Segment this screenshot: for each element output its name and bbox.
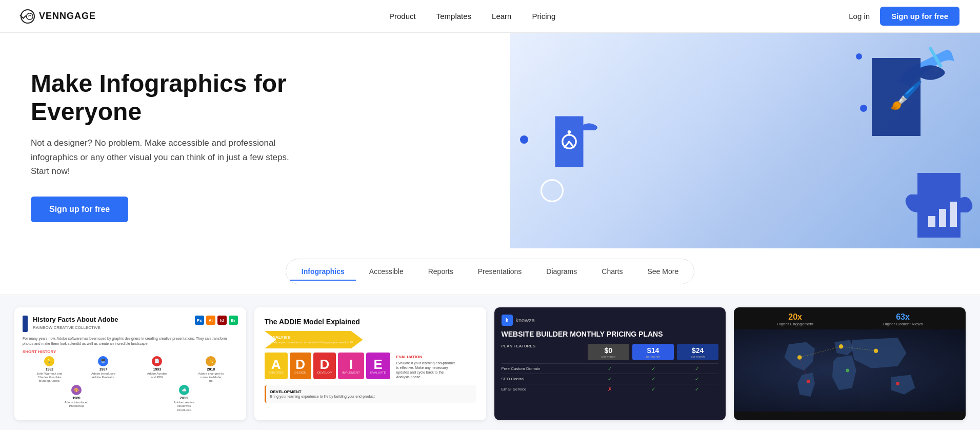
hero-title: Make Infographics for Everyone xyxy=(31,69,338,126)
short-history-label: SHORT HISTORY xyxy=(23,349,238,354)
svg-point-0 xyxy=(27,13,33,19)
row-val-domain-24: ✓ xyxy=(675,366,719,372)
decoration-dot-large xyxy=(520,135,528,144)
row-val-email-free: ✗ xyxy=(588,386,632,392)
map-svg xyxy=(752,327,947,414)
hero-illustration: 🖌️ xyxy=(510,33,980,248)
stat-engagement-label: Higher Engagement xyxy=(777,322,813,326)
row-val-domain-14: ✓ xyxy=(632,366,675,372)
nav-link-pricing[interactable]: Pricing xyxy=(532,12,555,21)
tab-accessible[interactable]: Accessible xyxy=(358,262,415,281)
hero-cta-button[interactable]: Sign up for free xyxy=(31,197,128,222)
knowza-logo: k xyxy=(502,315,513,326)
pricing-brand: k knowza xyxy=(502,315,719,326)
accessibility-puzzle xyxy=(541,179,564,202)
stat-views-label: Higher Content Views xyxy=(883,322,923,326)
addie-card-title: The ADDIE Model Explained xyxy=(265,318,476,326)
navbar: VENNGAGE Product Templates Learn Pricing… xyxy=(0,0,980,33)
nav-link-learn[interactable]: Learn xyxy=(492,12,511,21)
tabs-wrapper: Infographics Accessible Reports Presenta… xyxy=(286,259,694,284)
svg-rect-9 xyxy=(928,216,935,227)
stat-views: 63x Higher Content Views xyxy=(883,312,923,326)
gallery-card-pricing[interactable]: k knowza WEBSITE BUILDER MONTHLY PRICING… xyxy=(494,307,726,420)
plan-14: $14 per month xyxy=(632,344,674,360)
svg-rect-11 xyxy=(950,202,957,227)
nav-links: Product Templates Learn Pricing xyxy=(389,12,555,21)
tab-reports[interactable]: Reports xyxy=(417,262,465,281)
tl-1993-icon: 📄 xyxy=(152,356,162,366)
knowza-name: knowza xyxy=(516,317,535,323)
tab-diagrams[interactable]: Diagrams xyxy=(535,262,588,281)
addie-d2: D DEVELOP xyxy=(313,353,336,379)
tl-1987-icon: 🖥️ xyxy=(98,356,108,366)
addie-eval-note: EVALUATION Evaluate if your learning end… xyxy=(396,355,458,379)
login-button[interactable]: Log in xyxy=(849,12,870,21)
map-background xyxy=(734,329,966,412)
addie-arrows: ANALYSIS Analyze your situation to under… xyxy=(265,331,476,348)
pricing-card-title: WEBSITE BUILDER MONTHLY PRICING PLANS xyxy=(502,330,719,339)
addie-i: I IMPLEMENT xyxy=(338,353,364,379)
tl-2011-icon: ☁️ xyxy=(179,385,189,395)
pricing-row-email: Email Service ✗ ✓ ✓ xyxy=(502,384,719,394)
row-val-seo-free: ✓ xyxy=(588,376,632,382)
addie-step-a: ANALYSIS Analyze your situation to under… xyxy=(265,331,363,348)
row-label-email: Email Service xyxy=(502,387,589,392)
tab-charts[interactable]: Charts xyxy=(590,262,634,281)
row-label-seo: SEO Control xyxy=(502,377,589,381)
puzzle-large: 🖌️ xyxy=(862,48,959,146)
row-val-seo-14: ✓ xyxy=(632,376,675,382)
svg-point-17 xyxy=(846,369,849,373)
signup-button[interactable]: Sign up for free xyxy=(880,7,959,26)
nav-link-product[interactable]: Product xyxy=(389,12,416,21)
row-val-seo-24: ✓ xyxy=(675,376,719,382)
svg-point-8 xyxy=(567,130,571,134)
app-icon-ps: Ps xyxy=(195,316,204,325)
tl-1982-icon: 💡 xyxy=(44,356,54,366)
addie-dev-title: DEVELOPMENT xyxy=(270,389,472,394)
logo[interactable]: VENNGAGE xyxy=(21,9,96,24)
tl-2018-icon: ✏️ xyxy=(206,356,216,366)
timeline-row-2: 🎨 1989 Adobe introduced Photoshop ☁️ 201… xyxy=(23,385,238,412)
tab-presentations[interactable]: Presentations xyxy=(467,262,533,281)
world-map xyxy=(734,329,966,412)
nav-link-templates[interactable]: Templates xyxy=(436,12,471,21)
stat-views-number: 63x xyxy=(883,312,923,322)
addie-e: E EVALUATE xyxy=(366,353,390,379)
app-icon-br: Br xyxy=(229,316,238,325)
tabs-section: Infographics Accessible Reports Presenta… xyxy=(0,248,980,295)
app-icon-id: Id xyxy=(217,316,227,325)
pricing-row-domain: Free Custom Domain ✓ ✓ ✓ xyxy=(502,363,719,374)
addie-steps-row: A ANALYSIS D DESIGN D DEVELOP I IMPLEMEN… xyxy=(265,353,476,379)
row-val-email-24: ✓ xyxy=(675,386,719,392)
analytics-stats: 20x Higher Engagement 63x Higher Content… xyxy=(734,307,966,329)
addie-dev-text: Bring your learning experience to life b… xyxy=(270,394,472,399)
gallery-card-adobe[interactable]: History Facts About Adobe RAINBOW CREATI… xyxy=(14,307,246,420)
plan-24: $24 per month xyxy=(677,344,718,360)
row-label-domain: Free Custom Domain xyxy=(502,366,589,371)
gallery-card-addie[interactable]: The ADDIE Model Explained ANALYSIS Analy… xyxy=(254,307,486,420)
tab-infographics[interactable]: Infographics xyxy=(290,262,356,281)
pricing-plans-header: PLAN FEATURES $0 per month $14 per month xyxy=(502,344,719,360)
app-icon-ai: Ai xyxy=(206,316,215,325)
logo-text: VENNGAGE xyxy=(39,11,96,22)
nav-actions: Log in Sign up for free xyxy=(849,7,959,26)
plan-features-label: PLAN FEATURES xyxy=(502,344,585,360)
svg-point-16 xyxy=(896,382,899,385)
gallery-card-analytics[interactable]: 20x Higher Engagement 63x Higher Content… xyxy=(734,307,966,420)
decoration-dot-mid xyxy=(860,105,867,112)
adobe-card-title: History Facts About Adobe xyxy=(33,316,118,324)
tab-see-more[interactable]: See More xyxy=(636,262,690,281)
hero-section: Make Infographics for Everyone Not a des… xyxy=(0,33,980,248)
svg-rect-10 xyxy=(939,209,946,227)
svg-text:🖌️: 🖌️ xyxy=(889,79,924,112)
row-val-email-14: ✓ xyxy=(632,386,675,392)
tl-1989-icon: 🎨 xyxy=(71,385,82,395)
plan-free: $0 per month xyxy=(588,344,629,360)
pricing-row-seo: SEO Control ✓ ✓ ✓ xyxy=(502,374,719,384)
row-val-domain-free: ✓ xyxy=(588,366,632,372)
addie-d1: D DESIGN xyxy=(290,353,311,379)
gallery-section: History Facts About Adobe RAINBOW CREATI… xyxy=(0,295,980,430)
addie-dev-note: DEVELOPMENT Bring your learning experien… xyxy=(265,385,476,403)
adobe-card-subtitle: RAINBOW CREATIVE COLLECTIVE xyxy=(33,325,118,330)
addie-a: A ANALYSIS xyxy=(265,353,288,379)
